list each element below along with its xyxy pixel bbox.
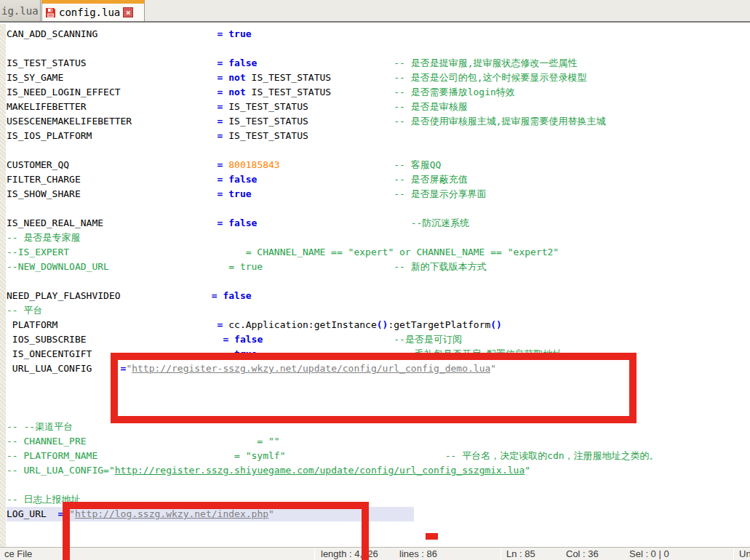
status-line-number: Ln : 85: [506, 548, 535, 559]
code-line: [7, 274, 750, 289]
status-column-number: Col : 36: [566, 548, 599, 559]
editor-margin: [0, 24, 6, 547]
code-line: IOS_SUBSCRIBE = false --是否是可订阅: [7, 332, 750, 347]
status-separator: [500, 548, 501, 560]
status-lines: lines : 86: [399, 548, 437, 559]
code-line: -- URL_LUA_CONFIG="http://register.sszg.…: [7, 463, 750, 478]
annotation-marker: [426, 533, 438, 540]
code-line: PLATFORM = cc.Application:getInstance():…: [7, 318, 750, 332]
editor-window: ig.lua × config.lua × CAN_ADD_SCANNING: [0, 0, 750, 560]
status-separator: [733, 548, 734, 560]
tab-ig-lua[interactable]: ig.lua ×: [0, 0, 41, 21]
tab-label: ig.lua: [1, 5, 39, 17]
annotation-rectangle-url-config: [111, 353, 637, 423]
code-lines: CAN_ADD_SCANNING = trueIS_TEST_STATUS = …: [7, 27, 750, 536]
code-line: IS_TEST_STATUS = false -- 是否是提审服,提审服状态修改…: [7, 56, 750, 71]
code-line: IS_SY_GAME = not IS_TEST_STATUS -- 是否是公司…: [7, 71, 750, 85]
close-icon[interactable]: ×: [123, 7, 133, 17]
code-line: -- PLATFORM_NAME = "symlf" -- 平台名，决定读取的c…: [7, 449, 750, 463]
code-line: USESCENEMAKELIFEBETTER = IS_TEST_STATUS …: [7, 114, 750, 129]
unsaved-floppy-icon: [45, 7, 56, 18]
status-file-type: ce File: [4, 548, 32, 559]
code-line: IS_NEED_LOGIN_EFFECT = not IS_TEST_STATU…: [7, 85, 750, 100]
tab-bar: ig.lua × config.lua ×: [0, 0, 750, 23]
tab-config-lua[interactable]: config.lua ×: [41, 0, 145, 21]
code-line: -- CHANNEL_PRE = "": [7, 434, 750, 449]
status-selection: Sel : 0 | 0: [629, 548, 669, 559]
code-line: IS_SHOW_SHARE = true -- 是否显示分享界面: [7, 187, 750, 201]
code-line: MAKELIFEBETTER = IS_TEST_STATUS -- 是否是审核…: [7, 100, 750, 114]
code-line: [7, 201, 750, 216]
status-eol-format: Un: [739, 548, 750, 559]
code-line: --IS_EXPERT = CHANNEL_NAME == "expert" o…: [7, 245, 750, 260]
tab-label: config.lua: [59, 7, 120, 18]
code-line: --NEW_DOWNLOAD_URL = true -- 新的下载版本方式: [7, 260, 750, 274]
code-line: NEED_PLAY_FLASHVIDEO = false: [7, 289, 750, 303]
code-line: -- 平台: [7, 303, 750, 318]
annotation-rectangle-log-url: [63, 502, 369, 560]
code-line: IS_IOS_PLATFORM = IS_TEST_STATUS: [7, 129, 750, 143]
code-line: [7, 41, 750, 56]
code-line: CUSTOMER_QQ = 800185843 -- 客服QQ: [7, 158, 750, 172]
code-line: [7, 478, 750, 492]
code-line: -- 是否是专家服: [7, 231, 750, 245]
code-line: FILTER_CHARGE = false -- 是否屏蔽充值: [7, 172, 750, 187]
code-line: CAN_ADD_SCANNING = true: [7, 27, 750, 41]
code-line: [7, 143, 750, 158]
code-line: IS_NEED_REAL_NAME = false --防沉迷系统: [7, 216, 750, 231]
code-editor[interactable]: CAN_ADD_SCANNING = trueIS_TEST_STATUS = …: [0, 24, 750, 547]
